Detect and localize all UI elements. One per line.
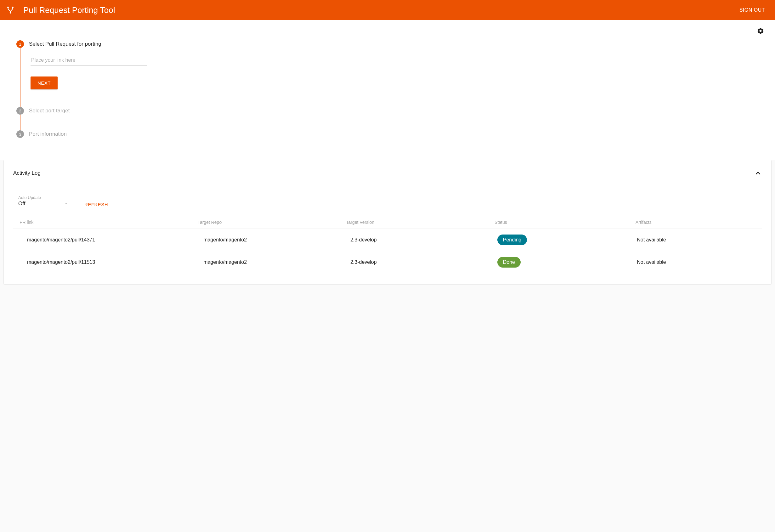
cell-target-version: 2.3-develop [350,237,497,243]
app-header: Pull Request Porting Tool SIGN OUT [0,0,775,20]
step-1-head: 1 Select Pull Request for porting [16,40,759,48]
merge-icon [6,6,14,14]
status-badge: Pending [497,234,527,245]
cell-pr-link: magento/magento2/pull/11513 [27,259,203,265]
refresh-button[interactable]: REFRESH [84,202,108,209]
col-artifacts: Artifacts [636,220,762,225]
cell-status: Pending [497,234,637,245]
step-2: 2 Select port target [16,107,759,130]
header-left: Pull Request Porting Tool [6,5,115,15]
step-1-body: NEXT [20,48,759,107]
step-1-label: Select Pull Request for porting [29,41,101,47]
col-target-version: Target Version [346,220,495,225]
settings-row [9,27,766,35]
col-status: Status [495,220,636,225]
step-3-head: 3 Port information [16,130,759,138]
cell-status: Done [497,257,637,268]
activity-log-card: Activity Log Auto Update Off REFRESH PR … [4,160,771,284]
col-target-repo: Target Repo [198,220,346,225]
activity-log-title: Activity Log [13,170,41,176]
step-2-body [20,115,759,130]
auto-update-value: Off [18,200,25,207]
step-2-circle: 2 [16,107,24,115]
activity-log-header: Activity Log [13,169,762,177]
cell-pr-link: magento/magento2/pull/14371 [27,237,203,243]
auto-update-value-row: Off [18,200,68,207]
cell-target-repo: magento/magento2 [203,259,350,265]
table-row: magento/magento2/pull/11513magento/magen… [13,251,762,273]
table-row: magento/magento2/pull/14371magento/magen… [13,228,762,251]
app-title: Pull Request Porting Tool [23,5,115,15]
step-1-circle: 1 [16,40,24,48]
pr-link-input[interactable] [31,55,147,66]
svg-point-0 [7,7,9,8]
sign-out-button[interactable]: SIGN OUT [739,7,765,13]
cell-artifacts: Not available [637,259,762,265]
gear-icon[interactable] [757,27,764,35]
step-3: 3 Port information [16,130,759,138]
activity-log-table: PR link Target Repo Target Version Statu… [13,216,762,273]
auto-update-label: Auto Update [18,195,68,200]
step-1: 1 Select Pull Request for porting NEXT [16,40,759,107]
step-3-label: Port information [29,131,67,137]
main-content: 1 Select Pull Request for porting NEXT 2… [0,20,775,160]
cell-target-repo: magento/magento2 [203,237,350,243]
step-3-circle: 3 [16,130,24,138]
chevron-down-icon [64,202,68,205]
cell-artifacts: Not available [637,237,762,243]
stepper: 1 Select Pull Request for porting NEXT 2… [9,40,766,160]
svg-point-2 [10,12,11,14]
activity-controls: Auto Update Off REFRESH [13,195,762,209]
step-2-label: Select port target [29,108,70,114]
cell-target-version: 2.3-develop [350,259,497,265]
table-header-row: PR link Target Repo Target Version Statu… [13,216,762,228]
col-pr-link: PR link [20,220,198,225]
auto-update-select[interactable]: Auto Update Off [18,195,68,209]
status-badge: Done [497,257,521,268]
chevron-up-icon[interactable] [754,169,762,177]
next-button[interactable]: NEXT [31,76,58,89]
svg-point-1 [12,7,14,8]
step-2-head: 2 Select port target [16,107,759,115]
